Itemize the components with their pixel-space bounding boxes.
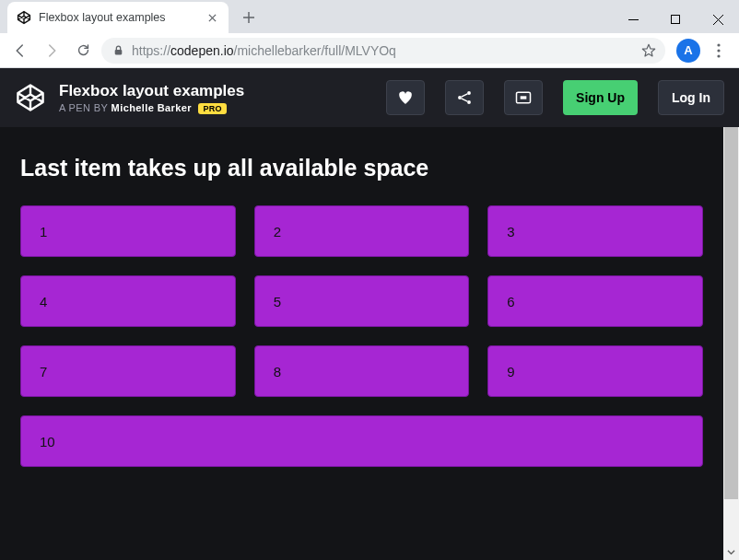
svg-point-7 — [467, 100, 471, 104]
grid-item: 6 — [487, 275, 703, 327]
svg-rect-0 — [671, 15, 679, 23]
grid-item: 10 — [20, 415, 703, 467]
love-button[interactable] — [386, 80, 425, 115]
grid-item-label: 10 — [40, 434, 55, 449]
profile-avatar[interactable]: A — [676, 39, 700, 63]
share-button[interactable] — [445, 80, 484, 115]
lock-icon — [112, 44, 124, 56]
pen-result: Last item takes up all available space 1… — [0, 127, 723, 560]
avatar-letter: A — [684, 43, 692, 57]
svg-point-3 — [717, 49, 720, 52]
svg-rect-1 — [115, 50, 123, 54]
grid-item: 4 — [20, 275, 236, 327]
login-button[interactable]: Log In — [658, 80, 724, 115]
pro-badge: PRO — [198, 103, 226, 114]
grid-item: 5 — [254, 275, 470, 327]
pen-byline: A PEN BY Michelle Barker PRO — [59, 102, 244, 113]
grid-item-label: 5 — [274, 294, 281, 309]
grid-item-label: 9 — [507, 364, 514, 379]
back-button[interactable] — [7, 38, 33, 64]
grid-item-label: 3 — [507, 224, 514, 239]
section-heading: Last item takes up all available space — [20, 155, 703, 181]
window-close-button[interactable] — [697, 6, 739, 33]
grid-item: 1 — [20, 205, 236, 257]
svg-point-5 — [458, 96, 462, 99]
bookmark-star-icon[interactable] — [641, 43, 656, 58]
codepen-logo-icon[interactable] — [15, 82, 46, 113]
grid-item-label: 6 — [507, 294, 514, 309]
scrollbar-arrow-down-icon[interactable] — [723, 544, 739, 560]
tab-title: Flexbox layout examples — [39, 11, 197, 24]
svg-point-6 — [467, 91, 471, 95]
change-view-button[interactable] — [504, 80, 543, 115]
grid-item: 9 — [487, 345, 703, 397]
svg-rect-9 — [521, 96, 527, 99]
window-minimize-button[interactable] — [612, 6, 654, 33]
pen-meta: Flexbox layout examples A PEN BY Michell… — [59, 82, 244, 113]
reload-button[interactable] — [70, 38, 96, 64]
flex-grid: 1 2 3 4 5 6 7 8 9 10 — [20, 205, 703, 467]
codepen-header: Flexbox layout examples A PEN BY Michell… — [0, 68, 739, 127]
grid-item: 3 — [487, 205, 703, 257]
login-label: Log In — [672, 90, 710, 105]
grid-item-label: 8 — [274, 364, 281, 379]
address-bar: https://codepen.io/michellebarker/full/M… — [0, 33, 739, 68]
tab-strip: Flexbox layout examples — [0, 0, 739, 33]
url-text: https://codepen.io/michellebarker/full/M… — [132, 43, 634, 58]
window-maximize-button[interactable] — [654, 6, 697, 33]
author-link[interactable]: Michelle Barker — [111, 102, 192, 113]
signup-label: Sign Up — [576, 90, 625, 105]
grid-item-label: 4 — [40, 294, 47, 309]
grid-item: 2 — [254, 205, 470, 257]
content-area: Last item takes up all available space 1… — [0, 127, 739, 560]
byline-prefix: A PEN BY — [59, 102, 108, 113]
forward-button[interactable] — [39, 38, 65, 64]
codepen-favicon — [17, 10, 31, 25]
new-tab-button[interactable] — [236, 5, 262, 30]
browser-tab[interactable]: Flexbox layout examples — [7, 2, 229, 33]
grid-item: 7 — [20, 345, 236, 397]
browser-chrome: Flexbox layout examples — [0, 0, 739, 68]
omnibox[interactable]: https://codepen.io/michellebarker/full/M… — [101, 38, 665, 64]
grid-item-label: 2 — [274, 224, 281, 239]
signup-button[interactable]: Sign Up — [563, 80, 638, 115]
grid-item-label: 1 — [40, 224, 47, 239]
tab-close-icon[interactable] — [205, 10, 219, 25]
pen-title[interactable]: Flexbox layout examples — [59, 82, 244, 100]
grid-item: 8 — [254, 345, 470, 397]
grid-item-label: 7 — [40, 364, 47, 379]
svg-point-4 — [717, 54, 720, 57]
vertical-scrollbar[interactable] — [723, 127, 739, 560]
scrollbar-thumb[interactable] — [724, 127, 738, 499]
svg-point-2 — [717, 43, 720, 46]
browser-menu-button[interactable] — [706, 38, 732, 64]
